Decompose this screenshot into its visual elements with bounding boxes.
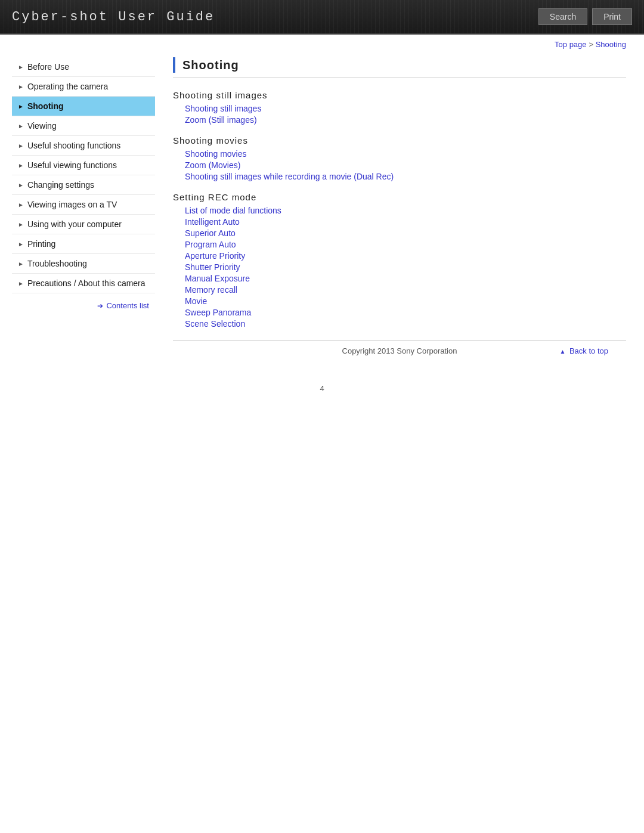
chevron-right-icon: ► [18, 83, 24, 90]
sidebar: ► Before Use ► Operating the camera ► Sh… [12, 57, 155, 360]
list-item: Memory recall [185, 285, 626, 295]
intelligent-auto-link[interactable]: Intelligent Auto [185, 217, 240, 227]
list-item: Shutter Priority [185, 262, 626, 272]
movies-link-list: Shooting movies Zoom (Movies) Shooting s… [173, 149, 626, 181]
list-item: Movie [185, 296, 626, 306]
shooting-movies-link[interactable]: Shooting movies [185, 149, 247, 159]
list-item: Scene Selection [185, 319, 626, 329]
program-auto-link[interactable]: Program Auto [185, 240, 236, 249]
list-item: Shooting still images while recording a … [185, 172, 626, 181]
main-layout: ► Before Use ► Operating the camera ► Sh… [0, 51, 644, 372]
memory-recall-link[interactable]: Memory recall [185, 285, 237, 295]
shooting-still-link[interactable]: Shooting still images [185, 104, 261, 113]
page-title: Shooting [182, 58, 239, 72]
footer-bar: Copyright 2013 Sony Corporation ▲ Back t… [173, 340, 626, 360]
movie-link[interactable]: Movie [185, 296, 207, 306]
section-heading-rec-mode: Setting REC mode [173, 192, 626, 202]
chevron-right-icon: ► [18, 280, 24, 287]
list-item: Program Auto [185, 240, 626, 249]
sidebar-item-using-computer[interactable]: ► Using with your computer [12, 215, 155, 234]
list-item: Intelligent Auto [185, 217, 626, 227]
sidebar-item-useful-viewing[interactable]: ► Useful viewing functions [12, 156, 155, 175]
page-number-area: 4 [0, 372, 644, 405]
list-item: Shooting still images [185, 104, 626, 113]
app-title: Cyber-shot User Guide [12, 10, 215, 24]
list-item: Zoom (Movies) [185, 160, 626, 170]
chevron-right-icon: ► [18, 182, 24, 188]
section-shooting-still-images: Shooting still images Shooting still ima… [173, 90, 626, 125]
list-item: Manual Exposure [185, 274, 626, 283]
breadcrumb-current-link[interactable]: Shooting [596, 40, 626, 49]
sidebar-item-before-use[interactable]: ► Before Use [12, 57, 155, 77]
sweep-panorama-link[interactable]: Sweep Panorama [185, 308, 251, 317]
sidebar-item-printing[interactable]: ► Printing [12, 234, 155, 254]
contents-link-row: ➔ Contents list [12, 293, 155, 317]
header: Cyber-shot User Guide Search Print [0, 0, 644, 35]
page-number: 4 [320, 384, 324, 393]
manual-exposure-link[interactable]: Manual Exposure [185, 274, 250, 283]
list-item: Superior Auto [185, 228, 626, 238]
zoom-still-link[interactable]: Zoom (Still images) [185, 115, 257, 125]
mode-dial-link[interactable]: List of mode dial functions [185, 206, 281, 215]
sidebar-item-troubleshooting[interactable]: ► Troubleshooting [12, 254, 155, 274]
chevron-right-icon: ► [18, 143, 24, 149]
breadcrumb-top-link[interactable]: Top page [555, 40, 587, 49]
content-area: Shooting Shooting still images Shooting … [167, 57, 632, 360]
list-item: Shooting movies [185, 149, 626, 159]
chevron-right-icon: ► [18, 241, 24, 247]
page-title-container: Shooting [173, 57, 626, 78]
sidebar-item-precautions[interactable]: ► Precautions / About this camera [12, 274, 155, 293]
breadcrumb: Top page > Shooting [0, 35, 644, 51]
sidebar-item-shooting[interactable]: ► Shooting [12, 97, 155, 116]
scene-selection-link[interactable]: Scene Selection [185, 319, 245, 329]
zoom-movies-link[interactable]: Zoom (Movies) [185, 160, 240, 170]
section-shooting-movies: Shooting movies Shooting movies Zoom (Mo… [173, 135, 626, 181]
rec-mode-link-list: List of mode dial functions Intelligent … [173, 206, 626, 329]
list-item: Aperture Priority [185, 251, 626, 261]
chevron-right-icon: ► [18, 162, 24, 169]
superior-auto-link[interactable]: Superior Auto [185, 228, 236, 238]
chevron-right-icon: ► [18, 123, 24, 129]
breadcrumb-separator: > [589, 40, 595, 49]
title-bar-accent [173, 57, 175, 73]
sidebar-item-viewing[interactable]: ► Viewing [12, 116, 155, 136]
sidebar-item-viewing-tv[interactable]: ► Viewing images on a TV [12, 195, 155, 215]
chevron-right-icon: ► [18, 103, 24, 110]
header-buttons: Search Print [538, 8, 632, 25]
still-images-link-list: Shooting still images Zoom (Still images… [173, 104, 626, 125]
triangle-up-icon: ▲ [559, 348, 565, 355]
section-setting-rec-mode: Setting REC mode List of mode dial funct… [173, 192, 626, 329]
sidebar-item-changing-settings[interactable]: ► Changing settings [12, 175, 155, 195]
list-item: List of mode dial functions [185, 206, 626, 215]
back-to-top-link[interactable]: ▲ Back to top [559, 346, 608, 355]
section-heading-still-images: Shooting still images [173, 90, 626, 100]
print-button[interactable]: Print [592, 8, 632, 25]
search-button[interactable]: Search [538, 8, 587, 25]
aperture-priority-link[interactable]: Aperture Priority [185, 251, 245, 261]
chevron-right-icon: ► [18, 64, 24, 70]
sidebar-item-useful-shooting[interactable]: ► Useful shooting functions [12, 136, 155, 156]
shutter-priority-link[interactable]: Shutter Priority [185, 262, 240, 272]
section-heading-movies: Shooting movies [173, 135, 626, 145]
dual-rec-link[interactable]: Shooting still images while recording a … [185, 172, 394, 181]
list-item: Zoom (Still images) [185, 115, 626, 125]
chevron-right-icon: ► [18, 261, 24, 267]
arrow-right-icon: ➔ [97, 302, 103, 310]
copyright-text: Copyright 2013 Sony Corporation [330, 346, 469, 355]
sidebar-item-operating-camera[interactable]: ► Operating the camera [12, 77, 155, 97]
chevron-right-icon: ► [18, 221, 24, 228]
chevron-right-icon: ► [18, 202, 24, 208]
contents-list-link[interactable]: ➔ Contents list [97, 301, 149, 310]
list-item: Sweep Panorama [185, 308, 626, 317]
